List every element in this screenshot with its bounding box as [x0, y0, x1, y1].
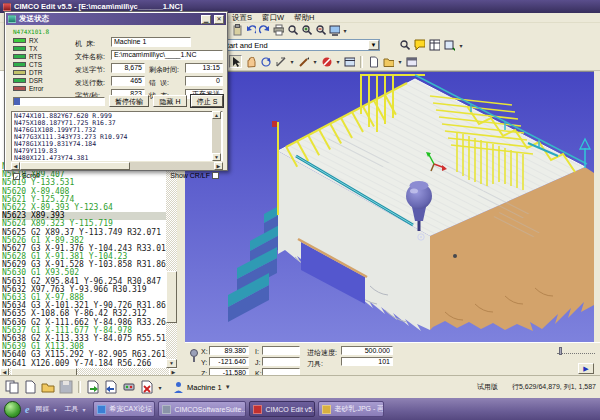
scroll-checkbox[interactable]: ✓ Scroll	[13, 172, 39, 180]
measure-dropdown-icon[interactable]: ▾	[289, 58, 295, 65]
origin-marker	[272, 121, 277, 127]
taskbar-app-icon	[253, 405, 262, 414]
taskbar-button-label: 老砂乳.JPG - 画图	[334, 404, 384, 414]
backplot-window-icon[interactable]	[328, 24, 341, 37]
draw-mode-dropdown-icon[interactable]: ▾	[312, 58, 318, 65]
errors-value: 0	[185, 76, 223, 86]
taskbar-app-icon	[162, 405, 171, 414]
dialog-icon	[8, 15, 16, 23]
dialog-title: 发送状态	[19, 14, 198, 24]
dialog-titlebar[interactable]: 发送状态 ▁ ✕	[6, 13, 226, 25]
measure-icon[interactable]	[274, 55, 287, 68]
receive-file-icon[interactable]	[103, 379, 119, 395]
assistant-overflow-icon[interactable]: ▾	[458, 42, 464, 49]
taskbar-band-label[interactable]: 工具	[64, 404, 78, 414]
menu-item[interactable]: 帮助H	[294, 13, 314, 23]
combo-dropdown-icon[interactable]: ▼	[368, 40, 379, 50]
taskbar-button[interactable]: CIMCOSoftwareSuite...	[158, 401, 246, 417]
menu-item[interactable]: 窗口W	[262, 13, 284, 23]
time-left-value: 13:15	[185, 63, 223, 73]
crlf-checkbox[interactable]: Show CR/LF	[170, 172, 219, 179]
select-cursor-icon[interactable]	[229, 55, 242, 68]
scroll-right-icon[interactable]: ▶	[214, 162, 223, 170]
taskbar-app-icon	[322, 405, 331, 414]
gcode-line[interactable]: N5641 X126.009 Y-74.184 R56.266	[2, 360, 166, 368]
open-folder-icon[interactable]	[40, 379, 56, 395]
undo-icon[interactable]	[244, 24, 257, 37]
ie-quicklaunch-icon[interactable]: e	[25, 404, 29, 415]
view-window-icon[interactable]	[343, 55, 356, 68]
zoom-out-icon[interactable]	[314, 24, 327, 37]
taskbar-button-label: CIMCOSoftwareSuite...	[174, 406, 246, 413]
start-button[interactable]	[4, 401, 21, 418]
print-icon[interactable]	[272, 24, 285, 37]
chevron-down-icon[interactable]: ▾	[53, 406, 56, 413]
paste-icon[interactable]	[230, 24, 243, 37]
listbox-vertical-scrollbar[interactable]: ▲ ▼	[212, 111, 221, 161]
simulation-speed-slider[interactable]	[557, 349, 595, 354]
transfer-status-dialog[interactable]: 发送状态 ▁ ✕ N474X101.8 RXTXRTSCTSDTRDSRErro…	[4, 11, 228, 171]
tool-label: 刀具:	[307, 359, 323, 369]
play-simulation-button[interactable]: ▶	[578, 363, 594, 374]
find-macro-icon[interactable]	[398, 39, 411, 52]
sent-block-line: N480X121.473Y74.381	[14, 155, 220, 161]
send-file-icon[interactable]	[85, 379, 101, 395]
x-label: X:	[201, 348, 208, 355]
open-file-dropdown-icon[interactable]: ▾	[397, 58, 403, 65]
scroll-up-icon[interactable]: ▲	[212, 111, 221, 119]
new-file-icon[interactable]	[367, 55, 380, 68]
j-field	[262, 357, 300, 366]
taskbar-band-label[interactable]: 网媒	[35, 404, 49, 414]
taskbar-button[interactable]: CIMCO Edit v5.5 - [E...	[249, 401, 315, 417]
trial-badge: 试用版	[477, 382, 498, 392]
led-cts: CTS	[13, 60, 69, 68]
scrollbar-thumb[interactable]	[166, 271, 177, 323]
scroll-down-icon[interactable]: ▼	[212, 153, 221, 161]
toolbar-overflow-icon[interactable]: ▾	[342, 27, 348, 34]
rotate-view-icon[interactable]	[259, 55, 272, 68]
find-icon[interactable]	[286, 24, 299, 37]
redo-icon[interactable]	[258, 24, 271, 37]
hide-dialog-button[interactable]: 隐藏 H	[153, 95, 187, 107]
close-icon[interactable]: ✕	[214, 15, 224, 24]
stop-transfer-button[interactable]: 停止 S	[191, 95, 223, 107]
insert-macro-icon[interactable]	[443, 39, 456, 52]
hide-toolpath-dropdown-icon[interactable]: ▾	[335, 58, 341, 65]
listbox-horizontal-scrollbar[interactable]: ◀ ▶	[11, 162, 223, 170]
sent-blocks-listbox[interactable]: N474X101.882Y67.620 R.999N475X108.187Y71…	[11, 111, 223, 161]
machine-combo[interactable]: Machine 1 ▼	[173, 380, 231, 394]
menu-item[interactable]: 设置S	[232, 13, 252, 23]
app-icon	[3, 3, 11, 11]
sim-window-icon[interactable]	[405, 55, 418, 68]
gcode-lines: N5617 G1 Y-143.422N5618 X89.407N5619 Y-1…	[2, 163, 166, 368]
stop-transfer-icon[interactable]	[139, 379, 155, 395]
copy-icon[interactable]	[4, 379, 20, 395]
filename-value: E:\mcam\mill\yc\____1.NC	[111, 50, 223, 60]
i-field	[262, 346, 300, 355]
taskbar-button[interactable]: 老砂乳.JPG - 画图	[318, 401, 384, 417]
assistant-window-icon[interactable]	[428, 39, 441, 52]
comment-icon[interactable]	[413, 39, 426, 52]
zoom-in-icon[interactable]	[300, 24, 313, 37]
draw-mode-icon[interactable]	[297, 55, 310, 68]
machine-dropdown-icon[interactable]: ▼	[225, 384, 231, 390]
current-block-label: N474X101.8	[13, 28, 49, 35]
pause-transfer-button[interactable]: 暂停传输	[109, 95, 149, 107]
simulation-panel: X: 89.380 Y: -121.640 Z: -11.580 I: J: K…	[185, 342, 600, 375]
dnc-settings-icon[interactable]	[121, 379, 137, 395]
save-icon[interactable]	[58, 379, 74, 395]
minimize-icon[interactable]: ▁	[201, 15, 211, 24]
transfer-overflow-icon[interactable]: ▾	[157, 384, 163, 391]
hide-toolpath-icon[interactable]	[320, 55, 333, 68]
chevron-down-icon[interactable]: ▾	[82, 406, 85, 413]
scroll-down-icon[interactable]: ▼	[166, 359, 177, 368]
scrollbar-thumb[interactable]	[20, 162, 130, 170]
new-document-icon[interactable]	[22, 379, 38, 395]
scroll-left-icon[interactable]: ◀	[11, 162, 20, 170]
backplot-viewport[interactable]	[185, 71, 594, 342]
cursor-position: 行5,629/64,879, 列1, 1,587	[512, 382, 596, 392]
time-left-label: 剩余时间:	[149, 65, 179, 75]
taskbar-button[interactable]: 希宠CAX论坛 - CAD...	[93, 401, 155, 417]
pan-hand-icon[interactable]	[244, 55, 257, 68]
open-file-icon[interactable]	[382, 55, 395, 68]
